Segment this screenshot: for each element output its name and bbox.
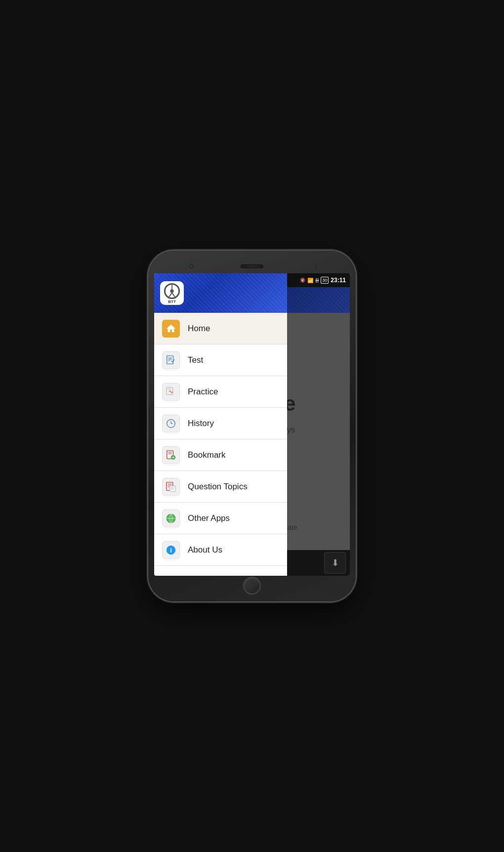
menu-item-home[interactable]: Home	[154, 313, 287, 344]
menu-item-other-apps[interactable]: Other Apps	[154, 503, 287, 534]
history-label: History	[188, 419, 214, 428]
drawer-logo: BTT	[160, 281, 184, 305]
about-us-icon: i	[162, 541, 180, 559]
question-topics-label: Question Topics	[188, 482, 248, 492]
home-icon	[162, 320, 180, 338]
svg-line-8	[168, 293, 172, 298]
other-apps-icon	[162, 510, 180, 527]
status-time: 23:11	[331, 277, 346, 284]
wifi-icon: 📶	[307, 278, 313, 283]
phone-device: 🖼 ✔ 🔇 📶 ||| 30 23:11	[148, 251, 356, 601]
test-icon	[162, 351, 180, 369]
phone-top-bar	[154, 259, 350, 273]
svg-line-9	[172, 293, 175, 298]
mute-icon: 🔇	[300, 278, 305, 283]
earpiece-speaker	[240, 264, 264, 269]
svg-rect-28	[169, 486, 175, 491]
svg-point-6	[170, 289, 173, 293]
drawer-btt-label: BTT	[168, 299, 176, 304]
other-apps-label: Other Apps	[188, 513, 230, 523]
question-topics-icon	[162, 478, 180, 496]
drawer-header: BTT	[154, 273, 287, 313]
drawer-menu: Home Test	[154, 313, 287, 576]
menu-item-test[interactable]: Test	[154, 344, 287, 376]
svg-text:+: +	[172, 455, 174, 460]
battery-icon: 30	[321, 277, 329, 284]
practice-label: Practice	[188, 387, 218, 397]
signal-icon: |||	[315, 278, 319, 283]
home-button[interactable]	[243, 577, 261, 595]
menu-item-bookmark[interactable]: + Bookmark	[154, 439, 287, 471]
bookmark-icon: +	[162, 446, 180, 464]
svg-text:i: i	[170, 546, 172, 554]
menu-item-history[interactable]: History	[154, 408, 287, 439]
svg-rect-15	[168, 388, 171, 390]
history-icon	[162, 415, 180, 432]
menu-item-about-us[interactable]: i About Us	[154, 534, 287, 566]
phone-screen: 🖼 ✔ 🔇 📶 ||| 30 23:11	[154, 273, 350, 576]
status-right-icons: 🔇 📶 ||| 30 23:11	[300, 277, 346, 284]
sensor-dot	[315, 265, 318, 268]
phone-bottom	[154, 580, 350, 592]
front-camera	[189, 264, 194, 269]
navigation-drawer: BTT Home	[154, 273, 287, 576]
test-label: Test	[188, 355, 203, 365]
drawer-steering-wheel-icon	[164, 283, 180, 299]
practice-icon	[162, 383, 180, 401]
home-label: Home	[188, 324, 210, 334]
svg-rect-10	[167, 355, 173, 364]
bookmark-label: Bookmark	[188, 450, 226, 460]
menu-item-practice[interactable]: Practice	[154, 376, 287, 408]
about-us-label: About Us	[188, 545, 222, 555]
menu-item-question-topics[interactable]: Question Topics	[154, 471, 287, 503]
